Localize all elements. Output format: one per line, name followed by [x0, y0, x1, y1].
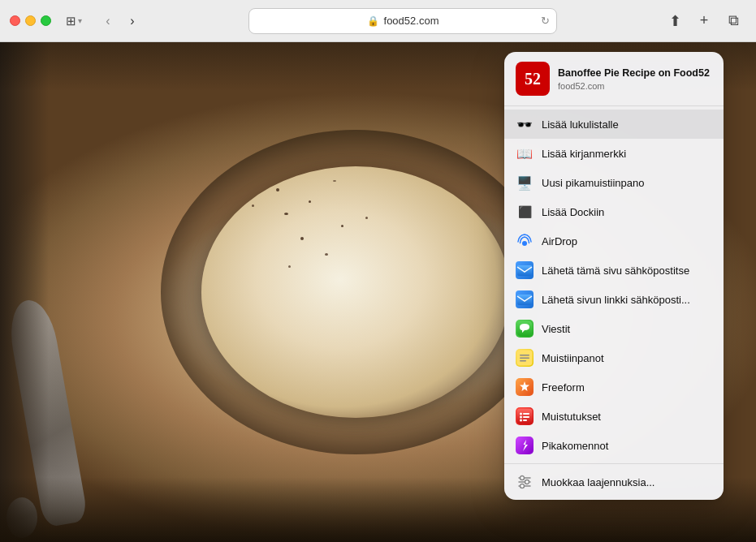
forward-icon: › [130, 14, 134, 28]
menu-item-customize[interactable]: Muokkaa laajennuksia... [504, 467, 724, 497]
customize-svg [516, 474, 533, 490]
browser-toolbar: ⊞ ▾ ‹ › 🔒 food52.com ↻ ⬆ + ⧉ [0, 0, 756, 42]
notes-label: Muistiinpanot [542, 352, 712, 364]
reminders-icon [516, 407, 534, 425]
svg-rect-7 [520, 360, 526, 362]
sidebar-icon: ⊞ [66, 14, 76, 28]
menu-item-add-dock[interactable]: ⬛ Lisää Dockiin [504, 197, 724, 226]
reading-list-label: Lisää lukulistalle [542, 118, 712, 131]
menu-item-quick-note[interactable]: 🖥️ Uusi pikamuistiinpano [504, 168, 724, 197]
sidebar-dropdown-icon: ▾ [78, 16, 82, 25]
share-dropdown: 52 Banoffee Pie Recipe on Food52 food52.… [504, 52, 724, 500]
menu-item-bookmark[interactable]: 📖 Lisää kirjanmerkki [504, 139, 724, 168]
cinnamon-4 [341, 225, 343, 227]
mail-page-label: Lähetä tämä sivu sähköpostitse [542, 265, 712, 277]
svg-rect-16 [517, 438, 533, 454]
cinnamon-8 [365, 217, 368, 219]
book-icon: 📖 [516, 146, 533, 161]
reading-list-icon: 🕶️ [516, 115, 534, 133]
reload-button[interactable]: ↻ [541, 15, 550, 27]
svg-rect-6 [520, 358, 529, 359]
svg-point-18 [525, 480, 529, 484]
toolbar-right: ⬆ + ⧉ [662, 8, 746, 34]
svg-rect-5 [520, 355, 529, 356]
freeform-svg [516, 379, 533, 395]
url-text: food52.com [384, 15, 439, 27]
page-preview: 52 Banoffee Pie Recipe on Food52 food52.… [504, 52, 724, 106]
dark-vignette-left [0, 42, 49, 542]
tab-view-button[interactable]: ⧉ [720, 8, 746, 34]
menu-items: 🕶️ Lisää lukulistalle 📖 Lisää kirjanmerk… [504, 106, 724, 500]
mail-svg-1 [516, 262, 533, 278]
quick-note-label: Uusi pikamuistiinpano [542, 177, 712, 189]
shortcuts-svg [516, 437, 533, 454]
menu-item-freeform[interactable]: Freeform [504, 372, 724, 402]
menu-item-mail-link[interactable]: Lähetä sivun linkki sähköposti... [504, 285, 724, 314]
mail-page-icon [516, 261, 534, 279]
menu-item-messages[interactable]: Viestit [504, 314, 724, 343]
dock-icon: ⬛ [516, 203, 534, 221]
notes-icon [516, 349, 534, 367]
new-tab-icon: + [700, 12, 709, 29]
reminders-label: Muistutukset [542, 411, 712, 423]
airdrop-svg [516, 233, 533, 249]
cinnamon-10 [288, 265, 291, 268]
messages-svg [516, 320, 533, 337]
svg-point-17 [521, 476, 525, 480]
cinnamon-6 [252, 204, 254, 207]
minimize-button[interactable] [25, 15, 36, 26]
customize-icon [516, 473, 534, 491]
shortcuts-icon [516, 437, 534, 454]
reminders-svg [516, 408, 533, 424]
page-info: Banoffee Pie Recipe on Food52 food52.com [558, 67, 712, 90]
address-bar[interactable]: 🔒 food52.com ↻ [248, 8, 557, 34]
svg-rect-13 [523, 416, 529, 418]
menu-item-mail-page[interactable]: Lähetä tämä sivu sähköpostitse [504, 256, 724, 285]
sidebar-toggle-button[interactable]: ⊞ ▾ [61, 11, 87, 32]
glasses-icon: 🕶️ [516, 117, 533, 132]
cinnamon-5 [300, 237, 304, 240]
mail-svg-2 [516, 291, 533, 308]
svg-point-10 [520, 413, 522, 415]
svg-point-14 [520, 419, 522, 422]
back-button[interactable]: ‹ [97, 10, 119, 32]
svg-rect-15 [523, 419, 527, 421]
svg-rect-2 [517, 295, 532, 305]
customize-label: Muokkaa laajennuksia... [542, 476, 712, 488]
content-area: 52 Banoffee Pie Recipe on Food52 food52.… [0, 42, 756, 542]
share-button[interactable]: ⬆ [662, 8, 688, 34]
site-icon: 52 [516, 62, 550, 96]
mail-link-label: Lähetä sivun linkki sähköposti... [542, 294, 712, 306]
page-url: food52.com [558, 81, 712, 91]
quick-note-icon: 🖥️ [516, 174, 534, 191]
menu-item-reading-list[interactable]: 🕶️ Lisää lukulistalle [504, 110, 724, 139]
menu-item-airdrop[interactable]: AirDrop [504, 226, 724, 256]
nav-buttons: ‹ › [97, 10, 144, 32]
maximize-button[interactable] [41, 15, 51, 26]
shortcuts-label: Pikakomennot [542, 440, 712, 452]
airdrop-icon [516, 232, 534, 250]
airdrop-label: AirDrop [542, 235, 712, 247]
lock-icon: 🔒 [367, 15, 379, 27]
forward-button[interactable]: › [121, 10, 144, 32]
close-button[interactable] [10, 15, 20, 26]
freeform-label: Freeform [542, 381, 712, 394]
address-bar-wrapper: 🔒 food52.com ↻ [150, 8, 655, 34]
menu-item-reminders[interactable]: Muistutukset [504, 402, 724, 431]
cinnamon-1 [276, 188, 279, 191]
cream-top [201, 166, 510, 418]
page-title: Banoffee Pie Recipe on Food52 [558, 67, 712, 80]
dock-sq-icon: ⬛ [518, 205, 532, 218]
cinnamon-9 [333, 180, 336, 182]
menu-item-shortcuts[interactable]: Pikakomennot [504, 431, 724, 460]
menu-item-notes[interactable]: Muistiinpanot [504, 343, 724, 372]
mail-link-icon [516, 290, 534, 308]
back-icon: ‹ [106, 14, 110, 28]
bookmark-label: Lisää kirjanmerkki [542, 148, 712, 160]
svg-point-0 [522, 241, 527, 246]
new-tab-button[interactable]: + [691, 8, 717, 34]
svg-rect-1 [517, 265, 532, 276]
cinnamon-7 [325, 253, 328, 256]
notes-svg [516, 350, 533, 366]
menu-separator [504, 463, 724, 464]
